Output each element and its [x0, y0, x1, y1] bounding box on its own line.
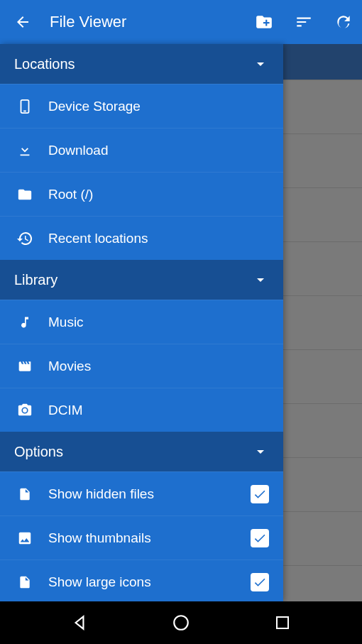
nav-back-button[interactable] — [58, 608, 101, 637]
sort-button[interactable] — [294, 12, 314, 32]
checkbox-hidden-files[interactable] — [251, 485, 269, 503]
check-icon — [253, 531, 267, 545]
section-header-options[interactable]: Options — [0, 432, 283, 471]
drawer-item-music[interactable]: Music — [0, 300, 283, 344]
drawer-item-download[interactable]: Download — [0, 128, 283, 172]
chevron-down-icon — [252, 271, 269, 288]
drawer-item-show-hidden[interactable]: Show hidden files — [0, 471, 283, 515]
chevron-down-icon — [252, 443, 269, 460]
movie-icon — [16, 359, 33, 373]
download-icon — [17, 143, 33, 158]
drawer-item-dcim[interactable]: DCIM — [0, 388, 283, 432]
nav-recent-button[interactable] — [261, 608, 304, 637]
phone-icon — [17, 97, 33, 116]
drawer-item-label: Show thumbnails — [48, 530, 251, 546]
checkbox-thumbnails[interactable] — [251, 529, 269, 547]
new-folder-button[interactable] — [254, 12, 274, 32]
section-header-locations[interactable]: Locations — [0, 44, 283, 84]
section-title: Locations — [14, 56, 75, 72]
refresh-icon — [334, 13, 353, 31]
drawer-item-label: Device Storage — [48, 99, 269, 114]
check-icon — [253, 487, 267, 501]
drawer-item-label: DCIM — [48, 403, 269, 418]
check-icon — [253, 575, 267, 589]
drawer-item-show-large-icons[interactable]: Show large icons — [0, 560, 283, 601]
app-title: File Viewer — [50, 13, 254, 31]
drawer-item-label: Music — [48, 315, 269, 330]
drawer-item-movies[interactable]: Movies — [0, 344, 283, 388]
drawer-item-device-storage[interactable]: Device Storage — [0, 84, 283, 128]
circle-home-icon — [172, 613, 190, 632]
drawer-item-label: Movies — [48, 359, 269, 374]
triangle-back-icon — [70, 613, 89, 632]
square-recent-icon — [274, 614, 291, 631]
history-icon — [16, 230, 33, 247]
drawer-item-label: Recent locations — [48, 231, 269, 246]
drawer-item-label: Show hidden files — [48, 486, 251, 502]
section-title: Library — [14, 272, 57, 288]
back-button[interactable] — [9, 8, 37, 36]
nav-home-button[interactable] — [160, 608, 202, 637]
drawer-item-label: Root (/) — [48, 187, 269, 202]
sort-icon — [295, 13, 313, 31]
music-icon — [18, 314, 32, 331]
folder-plus-icon — [255, 13, 273, 31]
chevron-down-icon — [252, 55, 269, 72]
section-title: Options — [14, 444, 63, 460]
file-icon — [18, 486, 32, 503]
svg-point-2 — [174, 616, 188, 630]
drawer-item-show-thumbnails[interactable]: Show thumbnails — [0, 515, 283, 560]
file-icon — [18, 574, 32, 591]
drawer-item-recent[interactable]: Recent locations — [0, 216, 283, 260]
refresh-button[interactable] — [334, 12, 353, 32]
drawer-item-label: Show large icons — [48, 574, 251, 590]
arrow-back-icon — [14, 13, 31, 31]
drawer-item-root[interactable]: Root (/) — [0, 172, 283, 216]
image-icon — [17, 530, 33, 546]
app-toolbar: File Viewer — [0, 0, 362, 44]
section-header-library[interactable]: Library — [0, 260, 283, 300]
navigation-drawer: Locations Device Storage Download Root (… — [0, 44, 283, 601]
system-navbar — [0, 601, 362, 644]
drawer-item-label: Download — [48, 143, 269, 158]
svg-rect-3 — [277, 617, 288, 628]
checkbox-large-icons[interactable] — [251, 573, 269, 591]
folder-icon — [16, 187, 33, 202]
camera-icon — [16, 403, 33, 418]
